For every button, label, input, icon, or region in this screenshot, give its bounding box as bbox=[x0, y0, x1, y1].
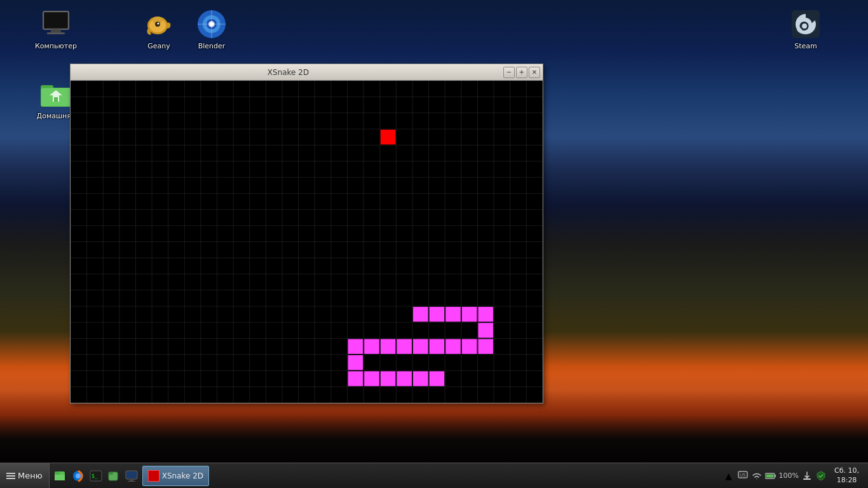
svg-rect-29 bbox=[55, 471, 60, 475]
svg-rect-24 bbox=[6, 473, 15, 474]
start-menu-button[interactable]: Меню bbox=[0, 463, 50, 488]
tray-shield-icon[interactable] bbox=[815, 470, 827, 482]
desktop-icon-computer[interactable]: Компьютер bbox=[31, 6, 81, 53]
battery-percent: 100% bbox=[779, 471, 799, 480]
desktop-icon-geany[interactable]: Geany bbox=[133, 6, 184, 53]
svg-rect-39 bbox=[128, 481, 135, 482]
taskbar-filemanager-button[interactable] bbox=[52, 468, 69, 484]
svg-point-31 bbox=[76, 473, 81, 478]
svg-rect-43 bbox=[775, 475, 776, 477]
window-controls: − + ✕ bbox=[503, 67, 540, 78]
computer-icon-label: Компьютер bbox=[35, 42, 77, 50]
xsnake-taskbar-label: XSnake 2D bbox=[162, 471, 203, 480]
svg-point-15 bbox=[210, 22, 214, 26]
quick-launch-bar: $_ bbox=[50, 463, 142, 488]
xsnake-window: XSnake 2D − + ✕ bbox=[70, 64, 543, 403]
svg-rect-1 bbox=[44, 13, 67, 28]
svg-rect-37 bbox=[126, 471, 137, 478]
tray-download-icon[interactable] bbox=[801, 470, 813, 482]
tray-battery-icon[interactable] bbox=[765, 470, 776, 482]
window-titlebar: XSnake 2D − + ✕ bbox=[71, 64, 543, 81]
xsnake-taskbar-icon bbox=[148, 470, 159, 482]
taskbar-xsnake-button[interactable]: XSnake 2D bbox=[142, 466, 209, 486]
close-button[interactable]: ✕ bbox=[529, 67, 540, 78]
svg-point-8 bbox=[158, 23, 159, 25]
desktop: Компьютер Geany bbox=[0, 0, 868, 488]
start-label: Меню bbox=[18, 471, 43, 480]
svg-text:US: US bbox=[740, 473, 746, 478]
computer-icon bbox=[41, 9, 71, 39]
taskbar: Меню bbox=[0, 463, 868, 488]
tray-wifi-icon[interactable] bbox=[751, 470, 763, 482]
svg-rect-35 bbox=[109, 472, 113, 475]
taskbar-firefox-button[interactable] bbox=[70, 468, 86, 484]
steam-icon bbox=[790, 9, 821, 39]
blender-icon-label: Blender bbox=[198, 42, 226, 50]
steam-icon-label: Steam bbox=[794, 42, 817, 50]
geany-icon-label: Geany bbox=[147, 42, 170, 50]
taskbar-terminal-button[interactable]: $_ bbox=[88, 468, 104, 484]
svg-rect-25 bbox=[6, 475, 15, 477]
snake-game-canvas bbox=[71, 81, 543, 403]
taskbar-clock[interactable]: Сб. 10, 18:28 bbox=[829, 466, 864, 485]
maximize-button[interactable]: + bbox=[516, 67, 527, 78]
svg-rect-21 bbox=[54, 97, 58, 102]
svg-point-23 bbox=[802, 24, 807, 29]
home-folder-icon bbox=[41, 79, 71, 109]
svg-rect-38 bbox=[130, 479, 133, 481]
svg-rect-28 bbox=[55, 475, 65, 480]
menu-icon bbox=[6, 471, 15, 480]
desktop-icon-steam[interactable]: Steam bbox=[780, 6, 831, 53]
svg-text:$_: $_ bbox=[92, 473, 98, 479]
taskbar-tray: ▲ US bbox=[719, 463, 868, 488]
geany-icon bbox=[144, 9, 174, 39]
game-canvas[interactable] bbox=[71, 81, 543, 403]
tray-network-icon[interactable]: US bbox=[737, 470, 749, 482]
window-title: XSnake 2D bbox=[73, 68, 503, 77]
taskbar-display-button[interactable] bbox=[123, 468, 140, 484]
taskbar-time: 18:28 bbox=[837, 476, 857, 485]
svg-rect-26 bbox=[6, 478, 15, 479]
minimize-button[interactable]: − bbox=[503, 67, 515, 78]
taskbar-files-button[interactable] bbox=[105, 468, 122, 484]
svg-rect-3 bbox=[47, 32, 65, 34]
desktop-icon-blender[interactable]: Blender bbox=[186, 6, 237, 53]
blender-icon bbox=[196, 9, 227, 39]
taskbar-date: Сб. 10, bbox=[834, 466, 859, 475]
svg-rect-2 bbox=[51, 29, 61, 32]
tray-arrow-icon[interactable]: ▲ bbox=[723, 470, 735, 482]
svg-rect-45 bbox=[803, 478, 811, 480]
svg-rect-44 bbox=[766, 474, 773, 477]
